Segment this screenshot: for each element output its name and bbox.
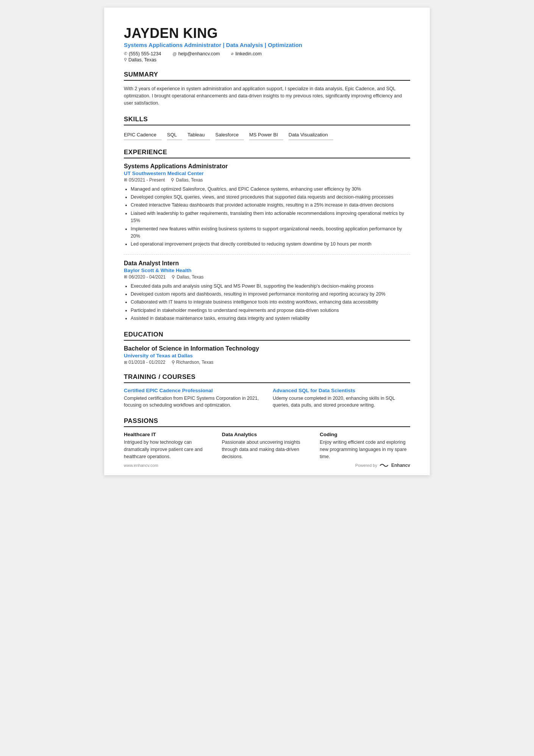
edu-meta-1: ⊞ 01/2018 - 01/2022 ⚲ Richardson, Texas [124,360,410,365]
contact-info: ✆ (555) 555-1234 @ help@enhancv.com ⌀ li… [124,51,410,56]
passion-item-1: Healthcare IT Intrigued by how technolog… [124,432,214,460]
job-location-1: ⚲ Dallas, Texas [171,177,203,183]
calendar-icon-2: ⊞ [124,274,127,279]
footer-brand: Powered by Enhancv [355,462,410,468]
skills-title: SKILLS [124,116,410,125]
bullet-2-1: Executed data pulls and analysis using S… [131,283,410,290]
bullet-1-5: Implemented new features within existing… [131,225,410,240]
skills-section: SKILLS EPIC Cadence SQL Tableau Salesfor… [124,116,410,140]
bullet-2-4: Participated in stakeholder meetings to … [131,307,410,314]
bullet-1-4: Liaised with leadership to gather requir… [131,210,410,225]
job-title-2: Data Analyst Intern [124,260,410,267]
skill-salesforce: Salesforce [215,130,244,140]
passion-desc-3: Enjoy writing efficient code and explori… [320,439,410,460]
job-title-1: Systems Applications Administrator [124,163,410,170]
training-section: TRAINING / COURSES Certified EPIC Cadenc… [124,373,410,409]
calendar-icon-1: ⊞ [124,177,127,182]
bullet-2-5: Assisted in database maintenance tasks, … [131,315,410,322]
job-bullets-1: Managed and optimized Salesforce, Qualtr… [124,186,410,248]
job-dates-2: ⊞ 06/2020 - 04/2021 [124,274,166,280]
job-company-1: UT Southwestern Medical Center [124,171,410,176]
location-icon-job-2: ⚲ [172,274,175,280]
footer-website: www.enhancv.com [124,463,158,468]
phone-contact: ✆ (555) 555-1234 [124,51,161,56]
job-company-2: Baylor Scott & White Health [124,268,410,273]
location-icon: ⚲ [124,57,127,62]
passion-item-3: Coding Enjoy writing efficient code and … [320,432,410,460]
bullet-1-6: Led operational improvement projects tha… [131,241,410,248]
training-item-2: Advanced SQL for Data Scientists Udemy c… [273,388,410,409]
summary-text: With 2 years of experience in system adm… [124,85,410,107]
edu-school-1: University of Texas at Dallas [124,353,410,358]
job-bullets-2: Executed data pulls and analysis using S… [124,283,410,322]
training-title-2: Advanced SQL for Data Scientists [273,388,410,393]
linkedin-contact: ⌀ linkedin.com [231,51,261,56]
education-title: EDUCATION [124,331,410,341]
job-entry-2: Data Analyst Intern Baylor Scott & White… [124,260,410,322]
edu-dates-1: ⊞ 01/2018 - 01/2022 [124,360,166,365]
job-entry-1: Systems Applications Administrator UT So… [124,163,410,255]
passion-title-2: Data Analytics [222,432,312,437]
email-contact: @ help@enhancv.com [172,51,220,56]
training-title: TRAINING / COURSES [124,373,410,383]
passion-item-2: Data Analytics Passionate about uncoveri… [222,432,312,460]
passion-title-3: Coding [320,432,410,437]
location-icon-edu: ⚲ [172,360,175,365]
edu-entry-1: Bachelor of Science in Information Techn… [124,345,410,365]
page-footer: www.enhancv.com Powered by Enhancv [124,462,410,468]
edu-location-1: ⚲ Richardson, Texas [172,360,214,365]
passion-title-1: Healthcare IT [124,432,214,437]
bullet-1-1: Managed and optimized Salesforce, Qualtr… [131,186,410,193]
training-item-1: Certified EPIC Cadence Professional Comp… [124,388,261,409]
bullet-2-3: Collaborated with IT teams to integrate … [131,299,410,306]
skill-sql: SQL [167,130,182,140]
training-grid: Certified EPIC Cadence Professional Comp… [124,388,410,409]
job-location-2: ⚲ Dallas, Texas [172,274,203,280]
skill-epic-cadence: EPIC Cadence [124,130,162,140]
link-icon: ⌀ [231,51,234,56]
location-contact: ⚲ Dallas, Texas [124,57,410,63]
passion-desc-1: Intrigued by how technology can dramatic… [124,439,214,460]
phone-number: (555) 555-1234 [129,51,161,56]
skill-tableau: Tableau [187,130,210,140]
location-text: Dallas, Texas [128,57,156,63]
enhancv-logo-icon [379,462,390,468]
training-desc-1: Completed certification from EPIC System… [124,395,261,409]
bullet-1-2: Developed complex SQL queries, views, an… [131,194,410,201]
email-icon: @ [172,52,176,56]
linkedin-url: linkedin.com [235,51,261,56]
enhancv-logo: Enhancv [379,462,410,468]
skill-data-visualization: Data Visualization [289,130,333,140]
resume-page: JAYDEN KING Systems Applications Adminis… [104,8,430,475]
phone-icon: ✆ [124,51,127,56]
powered-by-text: Powered by [355,463,377,468]
passions-grid: Healthcare IT Intrigued by how technolog… [124,432,410,460]
bullet-1-3: Created interactive Tableau dashboards t… [131,202,410,209]
skill-ms-power-bi: MS Power BI [249,130,283,140]
job-meta-1: ⊞ 05/2021 - Present ⚲ Dallas, Texas [124,177,410,183]
training-title-1: Certified EPIC Cadence Professional [124,388,261,393]
passions-title: PASSIONS [124,417,410,427]
summary-section: SUMMARY With 2 years of experience in sy… [124,71,410,107]
passions-section: PASSIONS Healthcare IT Intrigued by how … [124,417,410,460]
education-section: EDUCATION Bachelor of Science in Informa… [124,331,410,365]
email-address: help@enhancv.com [178,51,220,56]
experience-title: EXPERIENCE [124,149,410,158]
experience-section: EXPERIENCE Systems Applications Administ… [124,149,410,322]
candidate-name: JAYDEN KING [124,26,410,41]
summary-title: SUMMARY [124,71,410,81]
calendar-icon-edu: ⊞ [124,360,127,365]
passion-desc-2: Passionate about uncovering insights thr… [222,439,312,460]
edu-degree-1: Bachelor of Science in Information Techn… [124,345,410,352]
job-dates-1: ⊞ 05/2021 - Present [124,177,165,183]
job-meta-2: ⊞ 06/2020 - 04/2021 ⚲ Dallas, Texas [124,274,410,280]
header: JAYDEN KING Systems Applications Adminis… [124,26,410,63]
skills-list: EPIC Cadence SQL Tableau Salesforce MS P… [124,130,410,140]
bullet-2-2: Developed custom reports and dashboards,… [131,291,410,298]
training-desc-2: Udemy course completed in 2020, enhancin… [273,395,410,409]
candidate-title: Systems Applications Administrator | Dat… [124,42,410,48]
location-icon-job-1: ⚲ [171,177,174,183]
